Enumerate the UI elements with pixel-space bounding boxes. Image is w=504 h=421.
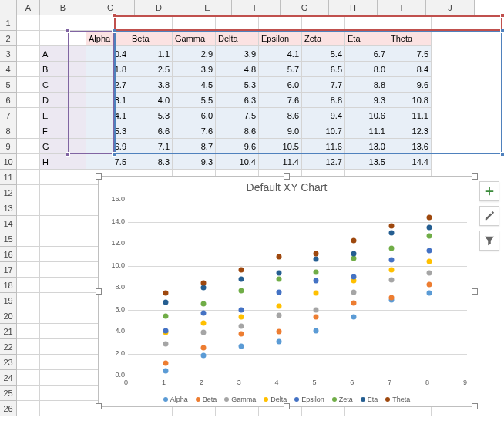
data-point[interactable] — [389, 268, 395, 273]
legend-item[interactable]: Zeta — [332, 396, 353, 403]
data-point[interactable] — [314, 256, 319, 261]
data-point[interactable] — [163, 314, 168, 319]
row-header[interactable]: 24 — [0, 370, 17, 386]
cell[interactable]: 12.3 — [388, 123, 432, 139]
cell[interactable]: 6.9 — [86, 139, 129, 154]
cell[interactable]: 7.1 — [129, 139, 173, 154]
cell[interactable]: 12.7 — [302, 154, 345, 170]
cell[interactable] — [40, 278, 86, 293]
data-point[interactable] — [238, 343, 244, 349]
cell[interactable]: 8.6 — [259, 108, 302, 123]
cell[interactable]: 13.6 — [388, 139, 432, 154]
cell[interactable]: 9.4 — [302, 108, 345, 123]
cell[interactable]: 7.5 — [86, 154, 129, 170]
data-point[interactable] — [351, 237, 357, 243]
data-point[interactable] — [351, 251, 357, 256]
data-point[interactable] — [238, 331, 244, 336]
chart-resize-handle[interactable] — [284, 403, 290, 409]
column-header[interactable]: I — [378, 0, 426, 15]
row-header[interactable]: 6 — [0, 93, 17, 108]
row-header[interactable]: 18 — [0, 278, 17, 293]
cell[interactable]: A — [40, 46, 86, 62]
cell[interactable] — [17, 46, 40, 62]
cell[interactable] — [17, 15, 40, 31]
chart-resize-handle[interactable] — [284, 173, 290, 180]
row-header[interactable]: 20 — [0, 308, 17, 324]
cell[interactable]: Theta — [388, 31, 432, 46]
cell[interactable] — [40, 401, 86, 416]
cell[interactable]: 14.4 — [388, 154, 432, 170]
data-point[interactable] — [238, 276, 244, 281]
data-point[interactable] — [427, 258, 432, 264]
column-header[interactable]: F — [232, 0, 281, 15]
cell[interactable] — [216, 15, 259, 31]
cell[interactable] — [40, 370, 86, 386]
cell[interactable]: 8.6 — [216, 123, 259, 139]
cell[interactable] — [17, 386, 40, 401]
data-point[interactable] — [200, 353, 206, 359]
data-point[interactable] — [427, 234, 432, 239]
data-point[interactable] — [314, 270, 319, 275]
cell[interactable]: 1.8 — [86, 62, 129, 77]
row-header[interactable]: 23 — [0, 355, 17, 370]
cell[interactable] — [17, 185, 40, 200]
data-point[interactable] — [163, 299, 168, 305]
data-point[interactable] — [200, 330, 206, 335]
cell[interactable]: 6.7 — [345, 46, 388, 62]
data-point[interactable] — [276, 312, 281, 318]
cell[interactable]: 11.1 — [388, 108, 432, 123]
cell[interactable]: 5.3 — [86, 123, 129, 139]
cell[interactable] — [40, 247, 86, 262]
cell[interactable] — [17, 355, 40, 370]
data-point[interactable] — [276, 289, 281, 295]
chart-object[interactable]: Default XY Chart 0.02.04.06.08.010.012.0… — [98, 176, 475, 407]
row-header[interactable]: 9 — [0, 139, 17, 154]
data-point[interactable] — [163, 361, 168, 366]
cell[interactable] — [17, 170, 40, 185]
cell[interactable]: 6.0 — [259, 77, 302, 93]
cell[interactable]: 2.7 — [86, 77, 129, 93]
cell[interactable]: 7.6 — [259, 93, 302, 108]
data-point[interactable] — [427, 248, 432, 253]
row-header[interactable]: 25 — [0, 386, 17, 401]
cell[interactable]: 4.1 — [259, 46, 302, 62]
cell[interactable]: 11.1 — [345, 123, 388, 139]
cell[interactable] — [388, 15, 432, 31]
cell[interactable] — [173, 15, 216, 31]
chart-resize-handle[interactable] — [472, 403, 478, 409]
data-point[interactable] — [351, 274, 357, 279]
cell[interactable] — [17, 401, 40, 416]
cell[interactable]: 8.4 — [388, 62, 432, 77]
chart-resize-handle[interactable] — [96, 403, 102, 409]
data-point[interactable] — [238, 268, 244, 273]
cell[interactable]: 8.8 — [302, 93, 345, 108]
data-point[interactable] — [389, 245, 395, 251]
data-point[interactable] — [200, 320, 206, 325]
cell[interactable]: C — [40, 77, 86, 93]
legend-item[interactable]: Epsilon — [294, 396, 324, 403]
data-point[interactable] — [276, 329, 281, 335]
row-header[interactable]: 16 — [0, 247, 17, 262]
legend-item[interactable]: Gamma — [224, 396, 256, 403]
cell[interactable] — [17, 278, 40, 293]
cell[interactable]: F — [40, 123, 86, 139]
cell[interactable] — [40, 15, 86, 31]
cell[interactable] — [40, 31, 86, 46]
cell[interactable] — [259, 15, 302, 31]
data-point[interactable] — [276, 276, 281, 281]
cell[interactable]: G — [40, 139, 86, 154]
cell[interactable]: 6.3 — [216, 93, 259, 108]
cell[interactable] — [17, 123, 40, 139]
cell[interactable]: 2.5 — [129, 62, 173, 77]
cell[interactable]: 13.0 — [345, 139, 388, 154]
row-header[interactable]: 14 — [0, 216, 17, 231]
data-point[interactable] — [163, 369, 168, 374]
cell[interactable] — [17, 370, 40, 386]
cell[interactable]: B — [40, 62, 86, 77]
cell[interactable]: 9.0 — [259, 123, 302, 139]
legend-item[interactable]: Alpha — [163, 396, 188, 403]
cell[interactable] — [40, 216, 86, 231]
cell[interactable]: 6.6 — [129, 123, 173, 139]
column-header[interactable]: C — [86, 0, 135, 15]
cell[interactable]: 3.9 — [173, 62, 216, 77]
